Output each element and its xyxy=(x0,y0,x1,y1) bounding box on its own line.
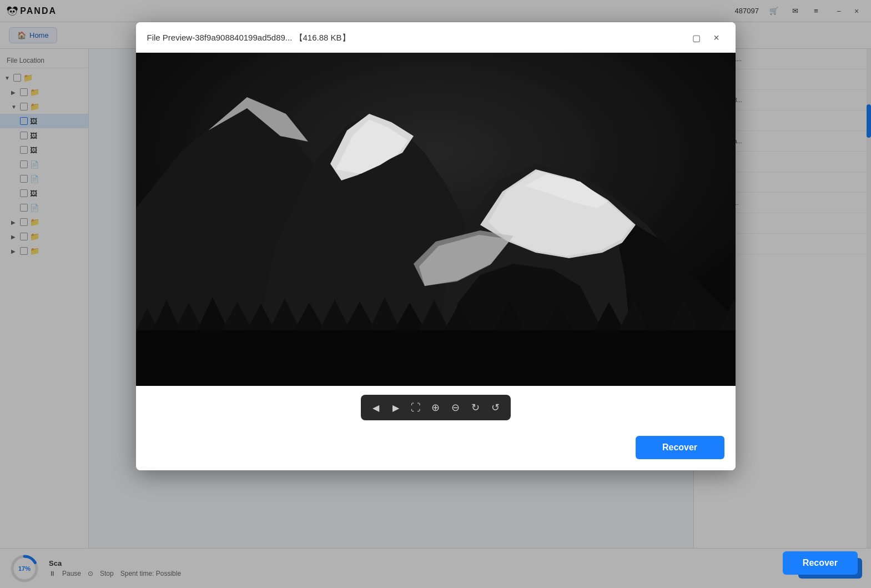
rotate-ccw-button[interactable]: ↺ xyxy=(486,398,505,417)
modal-win-controls: ▢ × xyxy=(689,30,724,46)
prev-icon: ◀ xyxy=(372,403,379,413)
modal-maximize-button[interactable]: ▢ xyxy=(689,30,704,46)
svg-rect-48 xyxy=(136,53,736,386)
zoom-in-icon: ⊕ xyxy=(431,401,440,414)
modal-toolbar: ◀ ▶ ⛶ ⊕ ⊖ ↻ ↺ xyxy=(136,386,736,429)
modal-window: File Preview-38f9a908840199ad5d89... 【41… xyxy=(136,22,736,470)
prev-button[interactable]: ◀ xyxy=(366,398,385,417)
corner-recover-button[interactable]: Recover xyxy=(783,551,858,575)
preview-image xyxy=(136,53,736,386)
modal-titlebar: File Preview-38f9a908840199ad5d89... 【41… xyxy=(136,22,736,53)
rotate-cw-button[interactable]: ↻ xyxy=(466,398,485,417)
zoom-in-button[interactable]: ⊕ xyxy=(426,398,445,417)
modal-recover-area: Recover xyxy=(136,429,736,470)
modal-title: File Preview-38f9a908840199ad5d89... 【41… xyxy=(147,33,350,43)
modal-close-button[interactable]: × xyxy=(709,30,724,46)
rotate-cw-icon: ↻ xyxy=(471,401,480,414)
rotate-ccw-icon: ↺ xyxy=(491,401,500,414)
fit-icon: ⛶ xyxy=(411,402,421,414)
next-button[interactable]: ▶ xyxy=(386,398,405,417)
modal-recover-button[interactable]: Recover xyxy=(636,436,724,459)
toolbar-group: ◀ ▶ ⛶ ⊕ ⊖ ↻ ↺ xyxy=(361,395,511,420)
next-icon: ▶ xyxy=(392,403,399,413)
fit-button[interactable]: ⛶ xyxy=(406,398,425,417)
zoom-out-icon: ⊖ xyxy=(451,401,460,414)
zoom-out-button[interactable]: ⊖ xyxy=(446,398,465,417)
modal-image-area xyxy=(136,53,736,386)
modal-overlay: File Preview-38f9a908840199ad5d89... 【41… xyxy=(0,0,871,588)
